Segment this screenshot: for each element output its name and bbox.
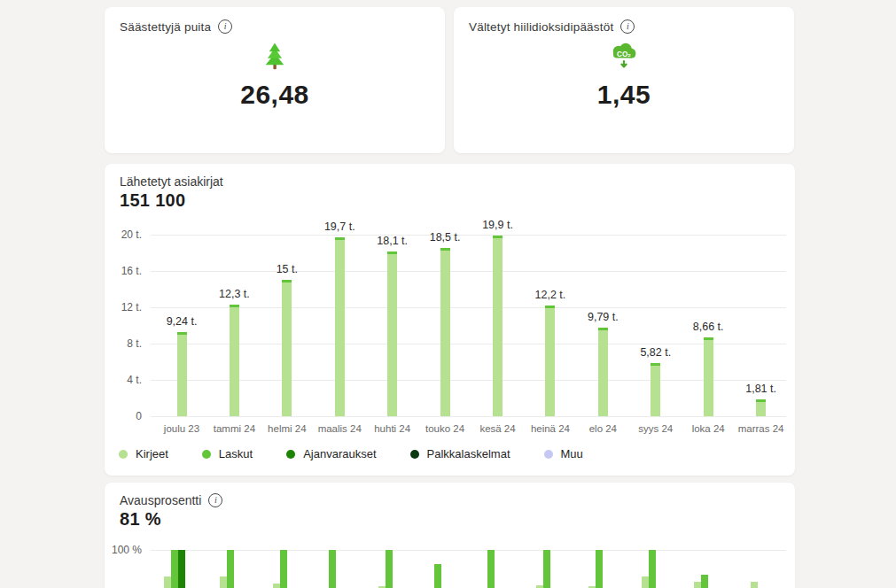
bar-syys-24 bbox=[651, 363, 660, 416]
chart-legend: KirjeetLaskutAjanvarauksetPalkkalaskelma… bbox=[119, 447, 583, 460]
gridline bbox=[151, 380, 786, 381]
y-axis-tick: 0 bbox=[105, 410, 142, 422]
open-rate-bar-tammi-24-laskut bbox=[227, 550, 234, 588]
bar-cap bbox=[598, 328, 608, 330]
info-icon[interactable]: i bbox=[218, 19, 232, 34]
bar-cap bbox=[440, 248, 450, 251]
y-axis-tick: 4 t. bbox=[105, 374, 142, 386]
bar-cap bbox=[545, 306, 555, 308]
gridline bbox=[151, 307, 786, 308]
bar-value-label: 18,5 t. bbox=[409, 231, 480, 244]
y-axis-tick: 12 t. bbox=[105, 301, 142, 313]
legend-item-palkkalaskelmat: Palkkalaskelmat bbox=[410, 447, 510, 460]
open-rate-bar-loka-24-laskut bbox=[701, 575, 708, 588]
y-axis-tick: 8 t. bbox=[105, 337, 142, 350]
legend-label: Ajanvaraukset bbox=[303, 447, 376, 460]
legend-item-ajanvaraukset: Ajanvaraukset bbox=[286, 447, 376, 460]
open-rate-bar-tammi-24-kirjeet bbox=[220, 576, 227, 588]
bar-cap bbox=[704, 337, 713, 340]
avoided-co2-title: Vältetyt hiilidioksidipäästöt bbox=[469, 20, 613, 34]
bar-value-label: 12,3 t. bbox=[199, 288, 269, 300]
open-rate-bar-helmi-24-kirjeet bbox=[273, 584, 280, 588]
legend-item-muu: Muu bbox=[544, 447, 583, 460]
bar-huhti-24 bbox=[387, 251, 397, 416]
bar-cap bbox=[493, 236, 503, 238]
open-rate-bar-huhti-24-laskut bbox=[386, 550, 393, 588]
legend-item-laskut: Laskut bbox=[202, 447, 253, 460]
legend-dot bbox=[544, 450, 553, 459]
avoided-co2-value: 1,45 bbox=[597, 80, 651, 110]
open-rate-bar-maalis-24-laskut bbox=[329, 550, 336, 588]
open-rate-bar-joulu-23-laskut bbox=[171, 550, 178, 588]
bar-heinä-24 bbox=[545, 306, 555, 416]
open-rate-bar-elo-24-laskut bbox=[596, 550, 603, 588]
open-rate-bar-joulu-23-kirjeet bbox=[164, 576, 171, 588]
sent-documents-card: Lähetetyt asiakirjat 151 100 04 t.8 t.12… bbox=[105, 164, 795, 476]
bar-value-label: 9,79 t. bbox=[567, 311, 638, 323]
bar-marras-24 bbox=[756, 399, 766, 416]
bar-loka-24 bbox=[704, 337, 713, 416]
bar-elo-24 bbox=[598, 328, 608, 416]
bar-joulu-23 bbox=[177, 332, 187, 416]
open-rate-bar-loka-24-kirjeet bbox=[694, 582, 701, 588]
saved-trees-value: 26,48 bbox=[240, 80, 309, 110]
y-axis-tick: 100 % bbox=[105, 544, 142, 556]
bar-value-label: 9,24 t. bbox=[146, 315, 217, 328]
bar-cap bbox=[335, 237, 345, 240]
open-rate-bar-syys-24-laskut bbox=[649, 550, 656, 588]
open-rate-bar-syys-24-kirjeet bbox=[642, 576, 649, 588]
bar-value-label: 19,9 t. bbox=[463, 219, 534, 231]
open-rate-bar-kesä-24-laskut bbox=[487, 550, 495, 588]
co2-cloud-icon: CO₂ bbox=[609, 43, 639, 74]
saved-trees-title: Säästettyjä puita bbox=[120, 20, 211, 34]
open-rate-card: Avausprosentti i 81 % 100 %80 % bbox=[105, 483, 795, 588]
legend-dot bbox=[119, 450, 128, 459]
bar-cap bbox=[177, 332, 187, 335]
gridline bbox=[151, 550, 786, 551]
bar-cap bbox=[387, 251, 397, 254]
bar-value-label: 12,2 t. bbox=[515, 289, 586, 301]
tree-icon bbox=[262, 43, 287, 74]
legend-label: Muu bbox=[561, 447, 583, 460]
open-rate-chart: 100 %80 % bbox=[105, 483, 795, 588]
y-axis-tick: 20 t. bbox=[105, 228, 142, 241]
info-icon[interactable]: i bbox=[620, 19, 635, 34]
bar-value-label: 5,82 t. bbox=[620, 346, 691, 359]
legend-dot bbox=[286, 450, 295, 459]
bar-cap bbox=[230, 305, 239, 307]
gridline bbox=[151, 344, 786, 344]
open-rate-bar-helmi-24-laskut bbox=[280, 550, 287, 588]
gridline bbox=[151, 416, 786, 417]
gridline bbox=[151, 271, 786, 272]
eco-dashboard: { "page": { "background": "#f4f3f1", "ca… bbox=[0, 0, 896, 588]
open-rate-bar-heinä-24-laskut bbox=[543, 550, 550, 588]
avoided-co2-card: Vältetyt hiilidioksidipäästöt i CO₂ 1,45 bbox=[454, 7, 794, 153]
bar-value-label: 8,66 t. bbox=[673, 321, 744, 333]
bar-cap bbox=[756, 399, 766, 402]
bar-maalis-24 bbox=[335, 237, 345, 416]
open-rate-bar-marras-24-kirjeet bbox=[751, 582, 758, 588]
y-axis-tick: 16 t. bbox=[105, 265, 142, 277]
legend-item-kirjeet: Kirjeet bbox=[119, 447, 168, 460]
legend-label: Laskut bbox=[219, 447, 253, 460]
co2-label: CO₂ bbox=[617, 50, 631, 58]
bar-cap bbox=[651, 363, 660, 366]
legend-dot bbox=[202, 450, 211, 459]
bar-cap bbox=[282, 280, 292, 282]
sent-documents-chart: 04 t.8 t.12 t.16 t.20 t.9,24 t.joulu 231… bbox=[105, 164, 795, 476]
bar-helmi-24 bbox=[282, 280, 292, 416]
legend-label: Kirjeet bbox=[136, 447, 168, 460]
bar-kesä-24 bbox=[493, 236, 503, 416]
open-rate-bar-joulu-23-ajanvaraukset bbox=[178, 550, 185, 588]
saved-trees-card: Säästettyjä puita i 26,48 bbox=[105, 7, 445, 153]
bar-touko-24 bbox=[440, 248, 450, 416]
bar-tammi-24 bbox=[230, 305, 239, 416]
legend-dot bbox=[410, 450, 419, 459]
bar-value-label: 19,7 t. bbox=[304, 220, 375, 233]
open-rate-bar-touko-24-laskut bbox=[434, 564, 441, 588]
x-axis-label: marras 24 bbox=[730, 423, 792, 434]
bar-value-label: 1,81 t. bbox=[726, 383, 797, 395]
legend-label: Palkkalaskelmat bbox=[427, 447, 510, 460]
bar-value-label: 15 t. bbox=[252, 263, 323, 275]
